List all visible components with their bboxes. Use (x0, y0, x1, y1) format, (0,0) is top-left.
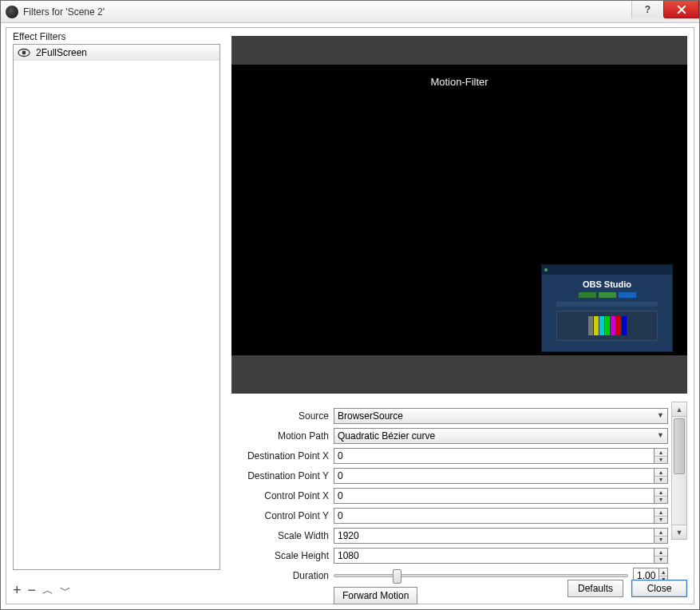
duration-label: Duration (231, 570, 334, 581)
window-title: Filters for 'Scene 2' (23, 6, 105, 18)
filter-item-name: 2FullScreen (36, 47, 87, 58)
properties-scrollbar[interactable]: ▲ ▼ (671, 402, 687, 540)
motion-path-value: Quadratic Bézier curve (338, 430, 435, 442)
preview-caption: Motion-Filter (231, 76, 687, 88)
ctrl-x-label: Control Point X (231, 490, 334, 501)
ctrl-y-input[interactable]: 0 (334, 508, 655, 524)
remove-filter-button[interactable]: − (28, 583, 37, 597)
source-select-value: BrowserSource (338, 410, 403, 422)
dest-x-input[interactable]: 0 (334, 448, 655, 464)
source-select[interactable]: BrowserSource ▼ (334, 408, 668, 424)
scale-h-spinner[interactable]: ▲▼ (655, 548, 668, 564)
filter-list[interactable]: 2FullScreen (13, 44, 220, 570)
effect-filters-label: Effect Filters (13, 31, 220, 42)
dest-y-input[interactable]: 0 (334, 468, 655, 484)
slider-thumb[interactable] (393, 569, 401, 584)
svg-point-1 (22, 50, 26, 54)
dialog-buttons: Defaults Close (568, 580, 687, 597)
visibility-icon[interactable] (17, 48, 31, 57)
dest-x-label: Destination Point X (231, 450, 334, 461)
scroll-thumb[interactable] (674, 418, 685, 474)
properties-area: Source BrowserSource ▼ Motion Path Quadr… (231, 402, 687, 572)
dest-x-spinner[interactable]: ▲▼ (655, 448, 668, 464)
move-up-button[interactable]: ︿ (42, 584, 53, 596)
motion-path-label: Motion Path (231, 430, 334, 442)
ctrl-x-spinner[interactable]: ▲▼ (655, 488, 668, 504)
dest-y-spinner[interactable]: ▲▼ (655, 468, 668, 484)
move-down-button[interactable]: ﹀ (60, 584, 71, 596)
window-close-button[interactable] (663, 1, 699, 18)
preview-area: Motion-Filter OBS Studio (231, 36, 687, 394)
duration-slider[interactable] (334, 574, 628, 577)
add-filter-button[interactable]: + (13, 583, 22, 597)
scale-w-label: Scale Width (231, 530, 334, 541)
scale-h-input[interactable]: 1080 (334, 548, 655, 564)
chevron-down-icon: ▼ (657, 411, 664, 419)
source-label: Source (231, 410, 334, 422)
dialog-body: Effect Filters 2FullScreen + − ︿ ﹀ Motio… (6, 27, 694, 604)
titlebar: Filters for 'Scene 2' ? (1, 1, 699, 23)
forward-motion-button[interactable]: Forward Motion (334, 587, 417, 604)
filter-list-toolbar: + − ︿ ﹀ (13, 583, 71, 597)
chevron-down-icon: ▼ (657, 431, 664, 439)
scroll-up-icon[interactable]: ▲ (672, 402, 686, 417)
preview-source-thumbnail: OBS Studio (541, 264, 673, 352)
app-icon (6, 6, 18, 18)
scale-w-spinner[interactable]: ▲▼ (655, 528, 668, 544)
effect-filters-panel: Effect Filters 2FullScreen (13, 31, 220, 572)
filter-list-item[interactable]: 2FullScreen (14, 45, 219, 61)
ctrl-y-spinner[interactable]: ▲▼ (655, 508, 668, 524)
scale-w-input[interactable]: 1920 (334, 528, 655, 544)
dest-y-label: Destination Point Y (231, 470, 334, 481)
ctrl-x-input[interactable]: 0 (334, 488, 655, 504)
help-button[interactable]: ? (631, 1, 663, 18)
scroll-down-icon[interactable]: ▼ (672, 525, 686, 539)
motion-path-select[interactable]: Quadratic Bézier curve ▼ (334, 428, 668, 444)
defaults-button[interactable]: Defaults (568, 580, 623, 597)
close-button[interactable]: Close (631, 580, 687, 597)
thumbnail-title: OBS Studio (542, 279, 672, 289)
ctrl-y-label: Control Point Y (231, 510, 334, 521)
window-controls: ? (631, 1, 699, 18)
scale-h-label: Scale Height (231, 550, 334, 561)
